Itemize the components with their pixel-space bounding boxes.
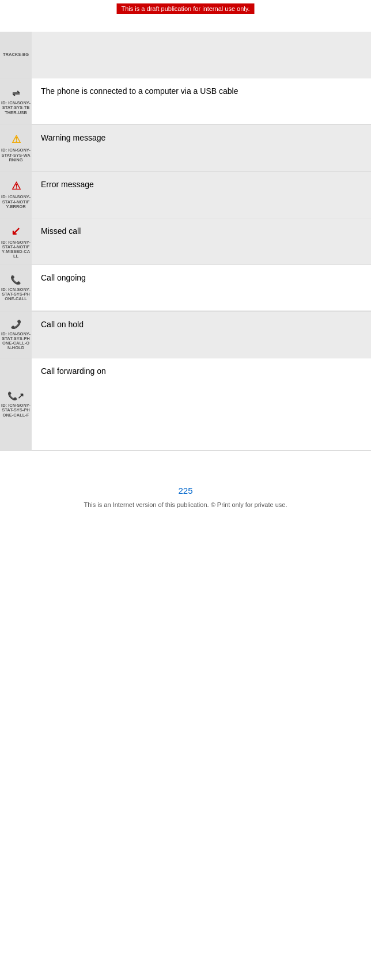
error-description: Error message: [41, 180, 94, 189]
draft-banner: This is a draft publication for internal…: [117, 3, 255, 14]
icon-cell-call-ongoing: 📞 ID: ICN-SONY-STAT-SYS-PHONE-CALL: [0, 265, 32, 311]
row-call-ongoing: 📞 ID: ICN-SONY-STAT-SYS-PHONE-CALL Call …: [0, 265, 371, 312]
call-ongoing-icon: 📞: [10, 275, 21, 285]
desc-cell-call-ongoing: Call ongoing: [32, 265, 371, 311]
missed-call-icon: ↙: [11, 224, 21, 238]
icon-label-usb-tether: ID: ICN-SONY-STAT-SYS-TETHER-USB: [1, 101, 31, 115]
missed-call-description: Missed call: [41, 226, 81, 236]
desc-cell-call-forward: Call forwarding on: [32, 358, 371, 451]
call-forward-description: Call forwarding on: [41, 366, 106, 376]
icon-label-missed-call: ID: ICN-SONY-STAT-I-NOTIFY-MISSED-CALL: [1, 240, 31, 259]
icon-label-call-hold: ID: ICN-SONY-STAT-SYS-PHONE-CALL-ON-HOLD: [1, 332, 31, 351]
icon-cell-call-forward: 📞↗ ID: ICN-SONY-STAT-SYS-PHONE-CALL-F: [0, 358, 32, 451]
icon-cell-call-hold: 📞 ID: ICN-SONY-STAT-SYS-PHONE-CALL-ON-HO…: [0, 312, 32, 358]
desc-cell-error: Error message: [32, 172, 371, 218]
error-icon: ⚠: [12, 180, 21, 193]
icon-label-call-forward: ID: ICN-SONY-STAT-SYS-PHONE-CALL-F: [1, 403, 31, 418]
icon-label-warning: ID: ICN-SONY-STAT-SYS-WARNING: [1, 148, 31, 162]
footer-copyright: This is an Internet version of this publ…: [0, 501, 371, 508]
row-call-hold: 📞 ID: ICN-SONY-STAT-SYS-PHONE-CALL-ON-HO…: [0, 312, 371, 358]
row-usb-tether: ⇌ ID: ICN-SONY-STAT-SYS-TETHER-USB The p…: [0, 78, 371, 125]
desc-cell-warning: Warning message: [32, 125, 371, 171]
call-hold-description: Call on hold: [41, 320, 84, 329]
warning-description: Warning message: [41, 133, 105, 142]
row-tracks-bg: TRACKS-BG: [0, 32, 371, 78]
row-missed-call: ↙ ID: ICN-SONY-STAT-I-NOTIFY-MISSED-CALL…: [0, 218, 371, 265]
desc-cell-missed-call: Missed call: [32, 218, 371, 264]
desc-cell-usb-tether: The phone is connected to a computer via…: [32, 78, 371, 124]
call-hold-icon: 📞: [10, 319, 21, 330]
usb-tether-icon: ⇌: [12, 88, 20, 99]
icon-cell-warning: ⚠ ID: ICN-SONY-STAT-SYS-WARNING: [0, 125, 32, 171]
desc-cell-call-hold: Call on hold: [32, 312, 371, 358]
page-number: 225: [0, 486, 371, 495]
content-area: TRACKS-BG ⇌ ID: ICN-SONY-STAT-SYS-TETHER…: [0, 32, 371, 451]
call-forward-icon: 📞↗: [7, 391, 24, 401]
row-call-forward: 📞↗ ID: ICN-SONY-STAT-SYS-PHONE-CALL-F Ca…: [0, 358, 371, 451]
call-ongoing-description: Call ongoing: [41, 273, 86, 282]
desc-cell-tracks-bg: [32, 32, 371, 78]
warning-icon: ⚠: [12, 134, 21, 146]
icon-cell-error: ⚠ ID: ICN-SONY-STAT-I-NOTIFY-ERROR: [0, 172, 32, 218]
icon-label-tracks-bg: TRACKS-BG: [3, 52, 29, 57]
row-warning: ⚠ ID: ICN-SONY-STAT-SYS-WARNING Warning …: [0, 125, 371, 172]
icon-cell-usb-tether: ⇌ ID: ICN-SONY-STAT-SYS-TETHER-USB: [0, 78, 32, 124]
row-error: ⚠ ID: ICN-SONY-STAT-I-NOTIFY-ERROR Error…: [0, 172, 371, 218]
icon-cell-missed-call: ↙ ID: ICN-SONY-STAT-I-NOTIFY-MISSED-CALL: [0, 218, 32, 264]
icon-label-call-ongoing: ID: ICN-SONY-STAT-SYS-PHONE-CALL: [1, 287, 31, 302]
icon-label-error: ID: ICN-SONY-STAT-I-NOTIFY-ERROR: [1, 195, 31, 209]
usb-tether-description: The phone is connected to a computer via…: [41, 86, 238, 96]
icon-cell-tracks-bg: TRACKS-BG: [0, 32, 32, 78]
